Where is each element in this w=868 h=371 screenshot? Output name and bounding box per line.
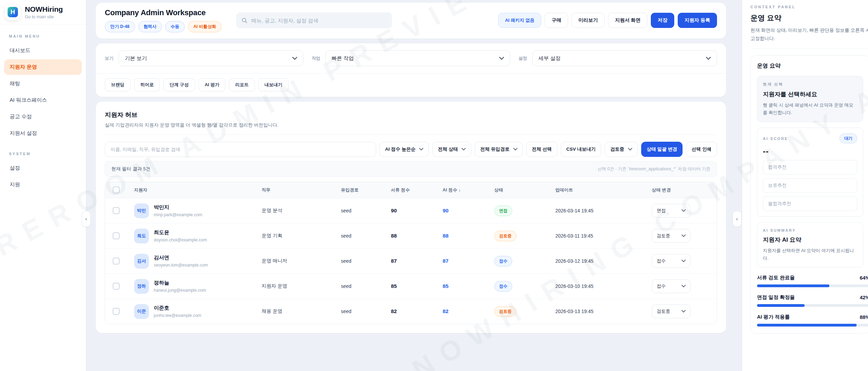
source-filter-value: 전체 유입경로 <box>480 146 509 152</box>
applicant-name: 정하늘 <box>154 280 206 286</box>
sidebar-item-dashboard[interactable]: 대시보드 <box>4 43 82 58</box>
sidebar-item-chat[interactable]: 채팅 <box>4 76 82 91</box>
view-select-label: 보기 <box>105 56 113 61</box>
row-status-select[interactable]: 검토중 <box>652 304 690 318</box>
ai-disabled-badge: AI 비활성화 <box>188 21 222 32</box>
ai-score: 90 <box>443 208 494 214</box>
updated-at: 2026-03-10 19:45 <box>555 283 652 289</box>
table-header-row: 지원자 직무 유입경로 서류 점수 AI 점수 ↓ 상태 업데이트 상태 변경 <box>105 182 717 198</box>
ai-score: 85 <box>443 283 494 289</box>
row-checkbox[interactable] <box>113 232 120 239</box>
select-all-button[interactable]: 전체 선택 <box>526 142 557 157</box>
applicant-hub: 지원자 허브 실제 기업관리자의 지원자 운영 영역을 더 엑셀형 행/열 감각… <box>96 102 726 333</box>
settings-select[interactable]: 세부 설정 <box>532 50 717 66</box>
sidebar-item-applicant-ops[interactable]: 지원자 운영 <box>4 59 82 75</box>
col-ai-score-sorted[interactable]: AI 점수 ↓ <box>443 187 494 193</box>
recommend-fail-field[interactable]: 불합격추천 <box>763 197 857 211</box>
context-panel-title: 운영 요약 <box>750 13 868 23</box>
row-checkbox[interactable] <box>113 207 120 214</box>
col-status[interactable]: 상태 <box>494 187 555 193</box>
col-updated[interactable]: 업데이트 <box>555 187 652 193</box>
view-select[interactable]: 기본 보기 <box>119 50 303 66</box>
ai-summary-label: AI SUMMARY <box>763 228 857 232</box>
action-select[interactable]: 빠른 작업 <box>325 50 510 66</box>
col-applicant[interactable]: 지원자 <box>134 187 262 193</box>
doc-score: 85 <box>391 283 443 289</box>
applicant-email: haneul.jung@example.com <box>154 288 206 293</box>
action-select-label: 작업 <box>312 56 320 61</box>
chevron-down-icon <box>682 260 686 262</box>
collapse-right-panel-button[interactable]: ‹ <box>733 211 741 227</box>
recommend-hold-field[interactable]: 보류추천 <box>763 178 857 193</box>
ai-score: 88 <box>443 233 494 239</box>
print-selected-button[interactable]: 선택 인쇄 <box>686 142 717 157</box>
row-status-select[interactable]: 검토중 <box>652 229 690 243</box>
row-status-select[interactable]: 면접 <box>652 204 690 218</box>
source-filter-select[interactable]: 전체 유입경로 <box>475 142 523 157</box>
go-to-main-site-link[interactable]: Go to main site <box>25 14 63 19</box>
table-row[interactable]: 박민 박민지 minji.park@example.com 운영 분석 seed… <box>105 198 717 223</box>
preview-button[interactable]: 미리보기 <box>572 13 605 28</box>
table-row[interactable]: 이준 이준호 junho.lee@example.com 채용 운영 seed … <box>105 299 717 324</box>
operation-summary-title: 운영 요약 <box>757 62 863 70</box>
chip-branding[interactable]: 브랜딩 <box>105 78 131 91</box>
col-source[interactable]: 유입경로 <box>341 187 391 193</box>
chevron-down-icon <box>682 310 686 313</box>
save-button[interactable]: 저장 <box>651 13 674 28</box>
bulk-apply-button[interactable]: 상태 일괄 변경 <box>641 142 683 157</box>
row-checkbox[interactable] <box>113 308 120 315</box>
chip-hero[interactable]: 히어로 <box>134 78 160 91</box>
table-row[interactable]: 김서 김서연 seoyeon.kim@example.com 운영 매니저 se… <box>105 248 717 273</box>
status-badge: 면접 <box>494 205 512 216</box>
current-selection-label: 현재 선택 <box>763 82 857 87</box>
applicant-source: seed <box>341 233 391 239</box>
chip-stage-config[interactable]: 단계 구성 <box>163 78 195 91</box>
avatar: 김서 <box>134 254 149 269</box>
chip-ai-eval[interactable]: AI 평가 <box>199 78 226 91</box>
hub-title: 지원자 허브 <box>105 111 717 119</box>
chip-export[interactable]: 내보내기 <box>258 78 289 91</box>
partner-badge: 협력사 <box>138 21 162 32</box>
applicant-name: 박민지 <box>154 204 202 211</box>
table-row[interactable]: 정하 정하늘 haneul.jung@example.com 지원자 운영 se… <box>105 273 717 299</box>
deadline-badge: 만기 D-48 <box>105 21 135 32</box>
chip-report[interactable]: 리포트 <box>229 78 255 91</box>
application-screen-button[interactable]: 지원서 화면 <box>608 13 647 28</box>
collapse-left-panel-button[interactable]: ‹ <box>82 211 91 227</box>
global-search[interactable] <box>236 12 392 28</box>
status-filter-select[interactable]: 전체 상태 <box>432 142 471 157</box>
col-status-change: 상태 변경 <box>652 187 717 193</box>
sort-select[interactable]: AI 점수 높은순 <box>380 142 429 157</box>
divider <box>750 49 868 49</box>
applicant-email: junho.lee@example.com <box>154 313 201 318</box>
recommend-pass-field[interactable]: 합격추천 <box>763 160 857 174</box>
row-checkbox[interactable] <box>113 258 120 264</box>
global-search-input[interactable] <box>251 18 386 23</box>
applicant-role: 운영 기획 <box>262 233 341 239</box>
bulk-status-select[interactable]: 검토중 <box>605 142 638 157</box>
brand-block[interactable]: H NOWHiring Go to main site <box>0 0 86 24</box>
row-status-value: 접수 <box>657 258 666 264</box>
col-doc-score[interactable]: 서류 점수 <box>391 187 443 193</box>
metric-label: AI 평가 적용률 <box>757 314 790 320</box>
row-status-select[interactable]: 접수 <box>652 279 690 293</box>
applicant-search[interactable] <box>105 142 376 157</box>
sidebar-item-ai-workspace[interactable]: AI 워크스페이스 <box>4 92 82 108</box>
applicant-source: seed <box>341 208 391 213</box>
sidebar-item-edit-posting[interactable]: 공고 수정 <box>4 109 82 124</box>
buy-button[interactable]: 구매 <box>545 13 568 28</box>
register-applicant-button[interactable]: 지원자 등록 <box>678 13 717 28</box>
select-all-checkbox[interactable] <box>113 187 120 193</box>
applicant-source: seed <box>341 283 391 289</box>
row-status-value: 검토중 <box>657 233 670 239</box>
sidebar-item-support[interactable]: 지원 <box>4 177 82 192</box>
applicant-search-input[interactable] <box>111 147 370 152</box>
csv-export-button[interactable]: CSV 내보내기 <box>561 142 602 157</box>
sidebar-item-application-settings[interactable]: 지원서 설정 <box>4 126 82 141</box>
row-checkbox[interactable] <box>113 283 120 290</box>
row-status-select[interactable]: 접수 <box>652 254 690 268</box>
sidebar-item-settings[interactable]: 설정 <box>4 160 82 176</box>
table-row[interactable]: 최도 최도윤 doyoon.choi@example.com 운영 기획 see… <box>105 223 717 248</box>
col-role[interactable]: 직무 <box>262 187 341 193</box>
chevron-down-icon <box>499 57 504 60</box>
